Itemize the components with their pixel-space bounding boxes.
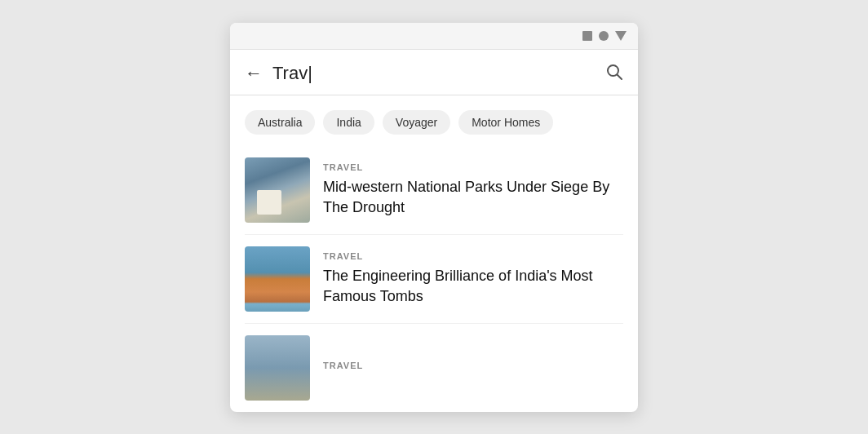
- search-bar: ←: [230, 50, 638, 95]
- back-button[interactable]: ←: [245, 64, 263, 82]
- result-item-3[interactable]: TRAVEL: [245, 324, 623, 412]
- titlebar-triangle-btn[interactable]: [615, 31, 627, 41]
- search-input[interactable]: [272, 63, 596, 84]
- tag-india[interactable]: India: [323, 110, 374, 135]
- result-thumbnail-3: [245, 335, 310, 401]
- titlebar-circle-btn[interactable]: [599, 31, 609, 41]
- result-content-2: TRAVEL The Engineering Brilliance of Ind…: [323, 246, 623, 312]
- result-item-1[interactable]: TRAVEL Mid-western National Parks Under …: [245, 146, 623, 235]
- tag-motor-homes[interactable]: Motor Homes: [458, 110, 553, 135]
- result-category-3: TRAVEL: [323, 361, 363, 370]
- result-title-1: Mid-western National Parks Under Siege B…: [323, 177, 623, 217]
- search-icon[interactable]: [605, 63, 623, 85]
- titlebar-square-btn[interactable]: [582, 31, 592, 41]
- result-thumbnail-2: [245, 246, 310, 312]
- result-title-2: The Engineering Brilliance of India's Mo…: [323, 266, 623, 306]
- app-window: ← Australia India Voyager Motor Homes TR…: [230, 23, 638, 412]
- result-item-2[interactable]: TRAVEL The Engineering Brilliance of Ind…: [245, 235, 623, 324]
- tag-voyager[interactable]: Voyager: [383, 110, 450, 135]
- tags-row: Australia India Voyager Motor Homes: [230, 95, 638, 146]
- result-content-1: TRAVEL Mid-western National Parks Under …: [323, 157, 623, 223]
- results-list: TRAVEL Mid-western National Parks Under …: [230, 146, 638, 412]
- svg-line-1: [618, 74, 622, 79]
- tag-australia[interactable]: Australia: [245, 110, 315, 135]
- result-content-3: TRAVEL: [323, 335, 363, 401]
- title-bar: [230, 23, 638, 50]
- result-thumbnail-1: [245, 157, 310, 223]
- result-category-2: TRAVEL: [323, 251, 623, 261]
- result-category-1: TRAVEL: [323, 162, 623, 172]
